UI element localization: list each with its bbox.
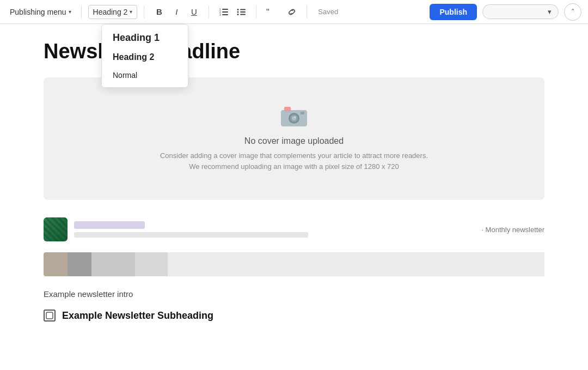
svg-point-19 [295,116,296,118]
svg-rect-2 [222,14,228,15]
toolbar-divider-2 [144,5,144,19]
italic-button[interactable]: I [168,4,185,20]
unordered-list-icon [237,8,246,16]
newsletter-intro[interactable]: Example newsletter intro [44,289,544,299]
publish-button[interactable]: Publish [430,4,477,20]
meta-bar-top [74,221,145,229]
link-icon [287,8,297,16]
svg-rect-18 [301,112,304,114]
svg-point-8 [237,14,239,15]
heading-dropdown-item-1[interactable]: Heading 1 [102,28,188,48]
svg-point-7 [237,11,239,13]
ordered-list-button[interactable]: 1 2 3 [216,4,232,20]
placeholder-bar-lighter [135,252,168,276]
meta-bars [74,221,308,238]
camera-icon [280,105,308,130]
placeholder-bar-long [168,252,544,276]
author-avatar-image [44,217,68,241]
publishing-menu-chevron: ▾ [69,9,71,15]
toolbar-divider-3 [209,5,209,19]
svg-rect-1 [222,11,228,13]
bold-button[interactable]: B [151,4,167,20]
svg-rect-0 [222,9,228,10]
toolbar-divider-5 [307,5,307,19]
format-group: B I U [151,4,202,20]
audience-select[interactable]: ▾ [482,4,559,19]
toolbar: Publishing menu ▾ Heading 2 ▾ B I U 1 2 … [0,0,588,24]
newsletter-subheading-row: Example Newsletter Subheading [44,310,544,322]
heading-select-chevron: ▾ [130,9,132,15]
svg-point-6 [237,9,239,10]
svg-rect-9 [240,9,246,10]
heading-dropdown-item-normal[interactable]: Normal [102,66,188,84]
saved-status: Saved [318,8,338,16]
svg-rect-20 [46,312,53,319]
svg-rect-10 [240,11,246,13]
placeholder-block-gray [68,252,91,276]
subheading-icon [44,310,56,322]
no-cover-title: No cover image uploaded [244,136,344,146]
quote-button[interactable]: " [263,4,279,20]
newsletter-subheading[interactable]: Example Newsletter Subheading [62,310,213,322]
toolbar-divider-4 [256,5,256,19]
placeholder-block-tan [44,252,68,276]
publishing-menu[interactable]: Publishing menu ▾ [7,5,75,19]
link-button[interactable] [284,4,300,20]
svg-text:": " [266,8,270,16]
placeholder-bar-light [91,252,135,276]
audience-chevron-icon: ▾ [548,8,552,16]
no-cover-desc: Consider adding a cover image that compl… [160,150,428,173]
svg-text:3: 3 [219,13,221,16]
heading-dropdown-item-2[interactable]: Heading 2 [102,48,188,66]
article-meta-row: · Monthly newsletter [44,217,544,241]
heading-select[interactable]: Heading 2 ▾ [88,5,138,19]
collapse-button[interactable]: ˄ [564,3,581,21]
list-group: 1 2 3 [216,4,249,20]
svg-rect-11 [240,14,246,15]
toolbar-right: Publish ▾ ˄ [430,3,581,21]
cover-image-zone[interactable]: No cover image uploaded Consider adding … [44,77,544,201]
meta-bar-bottom [74,232,308,238]
ordered-list-icon: 1 2 3 [219,8,228,16]
svg-rect-17 [284,107,291,111]
placeholder-row [44,252,544,276]
collapse-chevron-icon: ˄ [571,8,575,16]
meta-tag: · Monthly newsletter [481,226,544,234]
author-avatar [44,217,68,241]
heading-dropdown: Heading 1 Heading 2 Normal [101,24,188,88]
toolbar-divider-1 [81,5,82,19]
content-area: Newsletter Headline No cover image uplo [0,24,588,370]
unordered-list-button[interactable] [233,4,249,20]
underline-button[interactable]: U [186,4,202,20]
publishing-menu-label: Publishing menu [10,8,66,16]
quote-icon: " [266,8,276,16]
heading-select-label: Heading 2 [93,8,128,16]
